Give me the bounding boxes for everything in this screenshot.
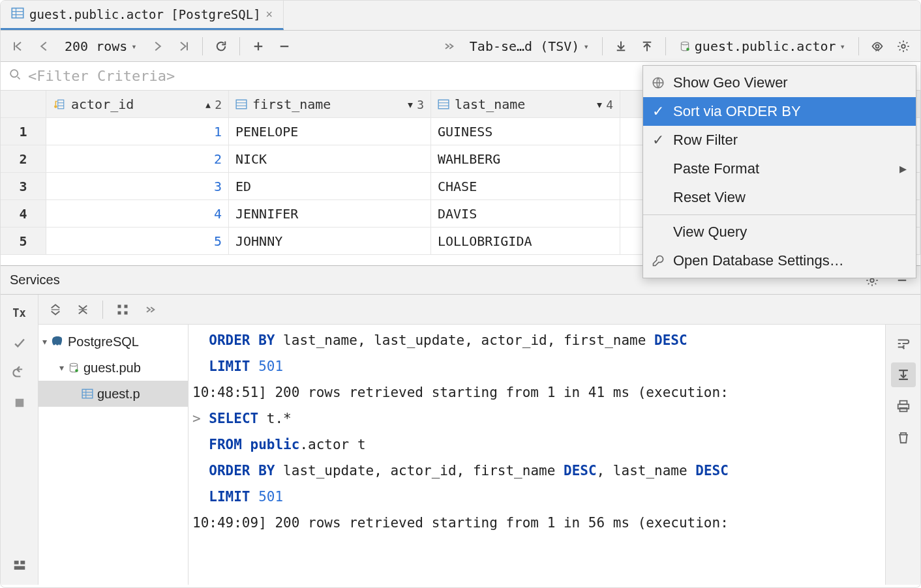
svg-rect-22	[14, 561, 18, 565]
tree-node-postgresql[interactable]: ▾ PostgreSQL	[38, 329, 188, 355]
svg-point-4	[681, 42, 688, 45]
column-icon	[438, 98, 449, 110]
row-number[interactable]: 2	[1, 145, 46, 173]
svg-point-29	[70, 363, 77, 366]
svg-point-7	[901, 44, 905, 48]
chevron-down-icon: ▾	[583, 41, 588, 51]
cell[interactable]: GUINESS	[431, 118, 620, 145]
services-title: Services	[10, 272, 60, 287]
rollback-button[interactable]	[8, 361, 31, 385]
reload-button[interactable]	[209, 35, 233, 58]
cell[interactable]: CHASE	[431, 173, 620, 200]
column-icon	[235, 98, 247, 110]
svg-rect-16	[438, 100, 449, 109]
menu-reset-view[interactable]: Reset View	[643, 183, 916, 212]
more-actions-button[interactable]	[437, 35, 460, 58]
svg-rect-28	[125, 311, 128, 314]
datasource-icon	[679, 40, 691, 52]
clear-button[interactable]	[891, 425, 916, 450]
data-toolbar: 200 rows▾ Tab-se…d (TSV)▾ guest.public.a…	[1, 31, 920, 62]
cell[interactable]: 3	[46, 173, 229, 200]
services-console[interactable]: ORDER BY last_name, last_update, actor_i…	[189, 325, 885, 585]
settings-button[interactable]	[892, 35, 915, 58]
expand-all-button[interactable]	[44, 298, 67, 321]
tree-node-datasource[interactable]: ▾ guest.pub	[38, 355, 188, 381]
cell[interactable]: NICK	[229, 145, 431, 173]
cell[interactable]: WAHLBERG	[431, 145, 620, 173]
settings-context-menu: Show Geo Viewer ✓ Sort via ORDER BY ✓ Ro…	[642, 65, 916, 278]
sort-asc-icon: ▴	[204, 96, 212, 112]
svg-point-6	[876, 44, 879, 48]
cell[interactable]: DAVIS	[431, 200, 620, 228]
last-page-button[interactable]	[172, 35, 196, 58]
menu-row-filter[interactable]: ✓ Row Filter	[643, 126, 916, 154]
svg-rect-37	[899, 408, 907, 412]
svg-point-12	[54, 105, 57, 108]
cell[interactable]: 1	[46, 118, 229, 145]
tab-title: guest.public.actor [PostgreSQL]	[29, 7, 261, 22]
next-page-button[interactable]	[146, 35, 170, 58]
scroll-to-end-button[interactable]	[891, 362, 916, 387]
svg-rect-25	[118, 304, 121, 308]
cell[interactable]: 2	[46, 145, 229, 173]
table-path-dropdown[interactable]: guest.public.actor▾	[672, 38, 852, 54]
column-header-actor-id[interactable]: actor_id ▴2	[46, 91, 229, 118]
remove-row-button[interactable]	[273, 35, 296, 58]
cell[interactable]: 4	[46, 200, 229, 228]
collapse-all-button[interactable]	[71, 298, 95, 321]
chevron-down-icon: ▾	[131, 41, 136, 51]
column-header-first-name[interactable]: first_name ▾3	[229, 91, 431, 118]
row-number[interactable]: 4	[1, 200, 46, 228]
group-button[interactable]	[111, 298, 134, 321]
editor-tab[interactable]: guest.public.actor [PostgreSQL] ×	[1, 1, 284, 30]
column-header-last-name[interactable]: last_name ▾4	[431, 91, 620, 118]
svg-rect-24	[14, 566, 25, 570]
print-button[interactable]	[891, 394, 916, 419]
table-icon	[82, 388, 93, 400]
cell[interactable]: PENELOPE	[229, 118, 431, 145]
add-row-button[interactable]	[247, 35, 270, 58]
close-icon[interactable]: ×	[266, 8, 273, 22]
layout-button[interactable]	[8, 553, 31, 577]
export-format-dropdown[interactable]: Tab-se…d (TSV)▾	[463, 38, 596, 54]
submenu-arrow-icon: ▸	[899, 160, 907, 177]
commit-button[interactable]	[8, 331, 31, 355]
cell[interactable]: LOLLOBRIGIDA	[431, 228, 620, 255]
wrench-icon	[650, 254, 667, 267]
menu-show-geo-viewer[interactable]: Show Geo Viewer	[643, 68, 916, 97]
cell[interactable]: ED	[229, 173, 431, 200]
cell[interactable]: JOHNNY	[229, 228, 431, 255]
tree-node-table[interactable]: guest.p	[38, 381, 188, 407]
menu-paste-format[interactable]: Paste Format ▸	[643, 154, 916, 183]
table-icon	[11, 7, 24, 23]
key-column-icon	[53, 98, 66, 110]
check-icon: ✓	[650, 103, 667, 120]
search-icon	[8, 68, 22, 84]
download-button[interactable]	[609, 35, 633, 58]
menu-view-query[interactable]: View Query	[643, 218, 916, 246]
menu-open-database-settings[interactable]: Open Database Settings…	[643, 246, 916, 275]
stop-button[interactable]	[8, 391, 31, 415]
check-icon: ✓	[650, 132, 667, 149]
svg-rect-9	[58, 100, 64, 109]
view-button[interactable]	[866, 35, 889, 58]
cell[interactable]: 5	[46, 228, 229, 255]
soft-wrap-button[interactable]	[891, 331, 916, 356]
row-number[interactable]: 1	[1, 118, 46, 145]
datasource-icon	[68, 362, 80, 374]
postgres-icon	[51, 335, 64, 348]
cell[interactable]: JENNIFER	[229, 200, 431, 228]
chevron-down-icon: ▾	[42, 336, 47, 347]
tx-button[interactable]: Tx	[8, 301, 31, 325]
upload-button[interactable]	[635, 35, 659, 58]
prev-page-button[interactable]	[32, 35, 55, 58]
svg-rect-27	[125, 304, 128, 308]
overflow-button[interactable]	[138, 298, 162, 321]
svg-rect-31	[82, 389, 93, 398]
menu-sort-via-order-by[interactable]: ✓ Sort via ORDER BY	[643, 97, 916, 126]
first-page-button[interactable]	[6, 35, 29, 58]
row-number[interactable]: 3	[1, 173, 46, 200]
row-number[interactable]: 5	[1, 228, 46, 255]
services-tree[interactable]: ▾ PostgreSQL ▾ guest.pub guest.p	[38, 325, 189, 585]
row-count-dropdown[interactable]: 200 rows▾	[58, 38, 143, 54]
